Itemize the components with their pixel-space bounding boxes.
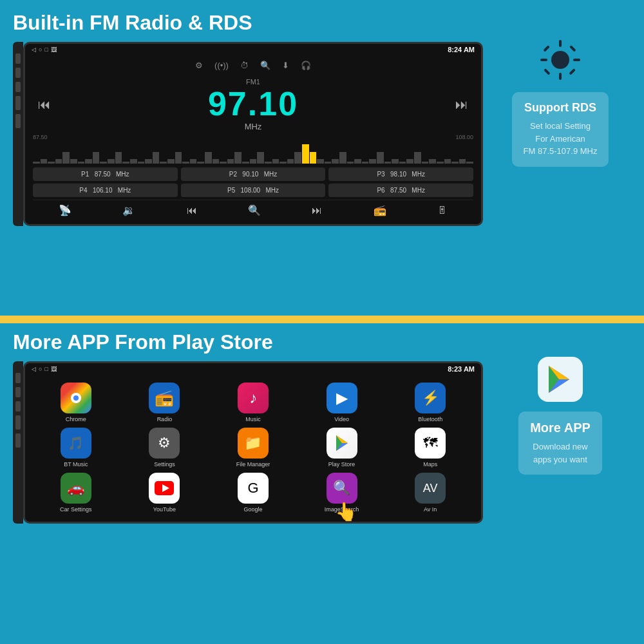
rds-title: Support RDS [524,101,598,115]
settings-icon[interactable]: ⚙ [195,61,203,70]
spectrum-bar [205,152,212,164]
app-item-radio[interactable]: 📻 Radio [123,383,207,422]
fm-prev-button[interactable]: ⏮ [38,97,51,112]
preset-button[interactable]: P2 90.10 MHz [181,167,326,181]
spectrum-bar [354,159,361,164]
app-item-files[interactable]: 📁 File Manager [211,428,295,468]
top-section: Built-in FM Radio & RDS ◁ ○ □ 🖼 8: [0,0,644,316]
volume-icon[interactable]: 🔉 [122,204,135,216]
spectrum-labels: 87.50 108.00 [33,134,473,140]
spectrum-bar [399,162,406,164]
skip-back-icon[interactable]: ⏮ [187,205,197,216]
back-btn[interactable] [15,82,21,92]
chrome-label: Chrome [66,416,86,422]
svg-rect-6 [569,45,576,52]
preset-button[interactable]: P6 87.50 MHz [328,184,473,197]
app-item-settings[interactable]: ⚙ Settings [123,428,207,468]
app-item-playstore[interactable]: Play Store [300,428,384,468]
settings-app-icon: ⚙ [149,428,180,459]
moreapp-description: Download newapps you want [530,440,591,466]
spectrum-bar [466,162,473,164]
app-item-bluetooth[interactable]: ⚡ Bluetooth [388,383,472,422]
spectrum-bar-active [310,152,317,164]
app-item-video[interactable]: ▶ Video [300,383,384,422]
app-back-btn[interactable] [15,401,21,412]
skip-fwd-icon[interactable]: ⏭ [312,205,322,216]
square-icon: □ [44,46,48,53]
spectrum-bar [115,152,122,164]
fm-icons-row: ⚙ ((•)) ⏱ 🔍 ⬇ 🎧 [33,61,473,70]
imagesearch-app-icon: 🔍 [327,473,357,504]
search-freq-icon[interactable]: 🔍 [248,204,261,216]
home-btn[interactable] [15,68,21,78]
music-label: Music [245,416,261,422]
playstore-logo-icon [538,357,583,402]
equalizer-icon[interactable]: 🎚 [437,205,448,216]
moreapp-title: More APP [530,421,591,435]
spectrum-bar [369,159,376,164]
headphones-icon: 🎧 [301,61,311,70]
fm-main-row: ⏮ FM1 97.10 MHz ⏭ [33,75,473,134]
spectrum-bar [325,162,332,164]
spectrum-bar [85,159,92,164]
app-item-music[interactable]: ♪ Music [211,383,295,422]
app-item-avin[interactable]: AV Av In [388,473,472,513]
app-vol-up-btn[interactable] [15,415,21,430]
preset-button[interactable]: P3 98.10 MHz [328,167,473,181]
app-item-chrome[interactable]: Chrome [34,383,118,422]
spectrum-bar [242,162,249,164]
spectrum-bar [287,159,294,164]
radio-icon[interactable]: 📻 [374,204,386,216]
app-item-maps[interactable]: 🗺 Maps [388,428,472,468]
app-device-wrapper: ◁ ○ □ 🖼 8:23 AM [13,361,483,524]
app-item-imagesearch[interactable]: 🔍 ImageSearch 👆 [300,473,384,513]
power-btn[interactable] [15,53,21,64]
app-vol-down-btn[interactable] [15,433,21,448]
files-app-icon: 📁 [238,428,269,459]
fm-screen: ⚙ ((•)) ⏱ 🔍 ⬇ 🎧 ⏮ FM1 97.10 MHz [25,55,481,224]
app-item-youtube[interactable]: YouTube [123,473,207,513]
spectrum-bar [362,162,369,164]
spectrum-bar [459,159,466,164]
app-item-btmusic[interactable]: 🎵 BT Music [34,428,118,468]
spectrum-bar [429,159,436,164]
app-item-carsettings[interactable]: 🚗 Car Settings [34,473,118,513]
back-arrow-icon: ◁ [32,46,36,53]
spectrum-bar [138,162,145,164]
btmusic-label: BT Music [64,461,88,468]
fm-status-bar: ◁ ○ □ 🖼 8:24 AM [25,44,481,55]
svg-rect-1 [559,40,562,47]
app-home-btn[interactable] [15,387,21,397]
btmusic-app-icon: 🎵 [61,428,91,459]
spectrum-bar [153,152,160,164]
fm-frequency-display: 97.10 [208,87,298,120]
chrome-app-icon [61,383,91,413]
spectrum-bar [347,162,354,164]
app-power-btn[interactable] [15,373,21,383]
app-device-frame: ◁ ○ □ 🖼 8:23 AM [23,361,483,524]
spectrum-left-label: 87.50 [33,134,48,140]
wifi-icon: ((•)) [214,61,229,70]
fm-radio-left: Built-in FM Radio & RDS ◁ ○ □ 🖼 8: [13,12,483,226]
playstore-label: Play Store [328,461,355,468]
preset-button[interactable]: P1 87.50 MHz [33,167,178,181]
spectrum-bar [41,159,48,164]
preset-button[interactable]: P5 108.00 MHz [181,184,326,197]
fm-next-button[interactable]: ⏭ [455,97,468,112]
fm-unit-label: MHz [208,122,298,131]
spectrum-bar [55,159,62,164]
circle-icon: ○ [39,46,42,53]
preset-button[interactable]: P4 106.10 MHz [33,184,178,197]
spectrum-bar [220,162,227,164]
search-icon[interactable]: 🔍 [260,61,270,70]
avin-app-icon: AV [415,473,446,504]
app-item-google[interactable]: G Google [211,473,295,513]
sun-icon [538,37,583,82]
spectrum-bar [317,159,324,164]
cast-icon[interactable]: 📡 [59,204,71,216]
vol-down-btn[interactable] [15,114,21,128]
vol-up-btn[interactable] [15,96,21,110]
spectrum-bar [48,162,55,164]
app-store-title: More APP From Play Store [13,331,483,354]
app-square-icon: □ [44,366,48,372]
